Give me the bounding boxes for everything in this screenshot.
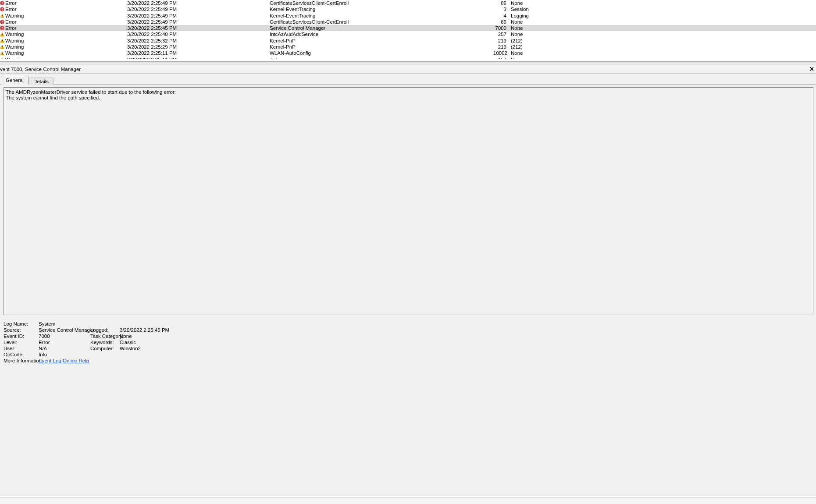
event-row[interactable]: Error3/20/2022 2:25:45 PMService Control… — [0, 25, 816, 31]
prop-value-logged: 3/20/2022 2:25:45 PM — [120, 327, 251, 333]
warning-icon — [0, 57, 4, 59]
svg-rect-22 — [2, 46, 2, 47]
event-date-cell: 3/20/2022 2:25:32 PM — [127, 38, 270, 44]
svg-rect-8 — [2, 17, 2, 17]
splitter[interactable] — [0, 62, 816, 65]
event-row[interactable]: Error3/20/2022 2:25:49 PMCertificateServ… — [0, 0, 816, 6]
prop-label-level: Level: — [4, 340, 39, 345]
event-id-cell: 10002 — [493, 50, 506, 56]
event-date-cell: 3/20/2022 2:25:45 PM — [127, 25, 270, 31]
svg-rect-17 — [2, 35, 2, 36]
tab-general[interactable]: General — [1, 76, 29, 85]
event-level-text: Warning — [5, 31, 24, 37]
event-id-cell: 257 — [493, 31, 506, 37]
event-row[interactable]: Warning3/20/2022 2:25:11 PMWLAN-AutoConf… — [0, 50, 816, 56]
prop-value-logname: System — [39, 321, 251, 327]
event-level-cell: Error — [0, 0, 127, 6]
prop-value-computer: Winston2 — [120, 346, 251, 351]
event-source-cell: IntcAzAudAddService — [270, 31, 482, 37]
svg-rect-11 — [2, 23, 2, 23]
event-taskcategory-cell: None — [506, 50, 594, 56]
prop-value-user: N/A — [39, 346, 90, 351]
svg-rect-13 — [2, 27, 2, 28]
event-level-text: Warning — [5, 38, 24, 44]
event-date-cell: 3/20/2022 2:25:29 PM — [127, 44, 270, 50]
event-date-cell: 3/20/2022 2:25:49 PM — [127, 0, 270, 6]
event-level-cell: Warning — [0, 13, 127, 19]
event-id-cell: 86 — [493, 0, 506, 6]
event-id-cell: 157 — [493, 57, 506, 59]
prop-value-opcode: Info — [39, 352, 251, 357]
event-level-cell: Error — [0, 19, 127, 25]
event-source-cell: CertificateServicesClient-CertEnroll — [270, 19, 482, 25]
prop-value-source: Service Control Manager — [39, 327, 90, 333]
event-level-text: Error — [5, 19, 17, 25]
event-level-cell: Warning — [0, 57, 127, 59]
svg-rect-7 — [2, 15, 2, 16]
warning-icon — [0, 39, 4, 43]
event-id-cell: 219 — [493, 44, 506, 50]
error-icon — [0, 7, 4, 11]
prop-label-user: User: — [4, 346, 39, 351]
prop-label-logged: Logged: — [90, 327, 120, 333]
event-taskcategory-cell: (212) — [506, 38, 594, 44]
error-icon — [0, 1, 4, 5]
detail-title: vent 7000, Service Control Manager — [0, 67, 81, 72]
event-row[interactable]: Error3/20/2022 2:25:49 PMCertificateServ… — [0, 19, 816, 25]
event-date-cell: 3/20/2022 2:25:49 PM — [127, 19, 270, 25]
prop-value-eventid: 7000 — [39, 334, 90, 339]
prop-value-level: Error — [39, 340, 90, 345]
event-row[interactable]: Warning3/20/2022 2:25:29 PMKernel-PnP219… — [0, 44, 816, 50]
warning-icon — [0, 45, 4, 49]
svg-rect-10 — [2, 21, 2, 22]
tab-details[interactable]: Details — [29, 78, 53, 85]
svg-rect-20 — [2, 42, 2, 42]
event-level-cell: Warning — [0, 50, 127, 56]
event-taskcategory-cell: None — [506, 0, 594, 6]
event-row[interactable]: Error3/20/2022 2:25:49 PMKernel-EventTra… — [0, 6, 816, 12]
event-taskcategory-cell: None — [506, 25, 594, 31]
prop-label-eventid: Event ID: — [4, 334, 39, 339]
event-level-cell: Error — [0, 25, 127, 31]
event-level-text: Warning — [5, 50, 24, 56]
error-icon — [0, 26, 4, 30]
svg-rect-5 — [2, 10, 2, 11]
event-source-cell: Service Control Manager — [270, 25, 482, 31]
svg-rect-25 — [2, 53, 2, 54]
event-source-cell: disk — [270, 57, 482, 59]
event-level-text: Error — [5, 25, 17, 31]
warning-icon — [0, 32, 4, 37]
event-taskcategory-cell: None — [506, 57, 594, 59]
event-row[interactable]: Warning3/20/2022 2:25:32 PMKernel-PnP219… — [0, 38, 816, 44]
event-row[interactable]: Warning3/20/2022 2:25:49 PMKernel-EventT… — [0, 13, 816, 19]
prop-label-source: Source: — [4, 327, 39, 333]
event-id-cell: 4 — [493, 13, 506, 19]
prop-label-taskcat: Task Category: — [90, 334, 120, 339]
detail-body: The AMDRyzenMasterDriver service failed … — [0, 85, 816, 496]
warning-icon — [0, 14, 4, 18]
detail-pane-header: vent 7000, Service Control Manager ✕ — [0, 65, 816, 74]
event-row[interactable]: Warning3/20/2022 2:25:40 PMIntcAzAudAddS… — [0, 31, 816, 37]
prop-value-keywords: Classic — [120, 340, 251, 345]
event-level-text: Warning — [5, 13, 24, 19]
event-level-text: Warning — [5, 44, 24, 50]
event-level-cell: Warning — [0, 38, 127, 44]
event-date-cell: 3/20/2022 2:25:49 PM — [127, 13, 270, 19]
event-date-cell: 3/20/2022 2:25:40 PM — [127, 31, 270, 37]
event-list[interactable]: Error3/20/2022 2:25:49 PMCertificateServ… — [0, 0, 816, 62]
prop-value-taskcat: None — [120, 334, 251, 339]
event-row[interactable]: Warning3/20/2022 2:25:11 PMdisk157None — [0, 57, 816, 59]
event-source-cell: Kernel-PnP — [270, 44, 482, 50]
error-icon — [0, 20, 4, 24]
event-taskcategory-cell: None — [506, 19, 594, 25]
event-id-cell: 86 — [493, 19, 506, 25]
event-source-cell: Kernel-EventTracing — [270, 13, 482, 19]
prop-label-keywords: Keywords: — [90, 340, 120, 345]
svg-rect-14 — [2, 29, 2, 29]
close-icon[interactable]: ✕ — [809, 67, 815, 72]
event-level-cell: Warning — [0, 44, 127, 50]
svg-rect-4 — [2, 8, 2, 10]
svg-rect-23 — [2, 48, 2, 48]
event-level-cell: Warning — [0, 31, 127, 37]
event-log-online-help-link[interactable]: Event Log Online Help — [39, 358, 89, 363]
